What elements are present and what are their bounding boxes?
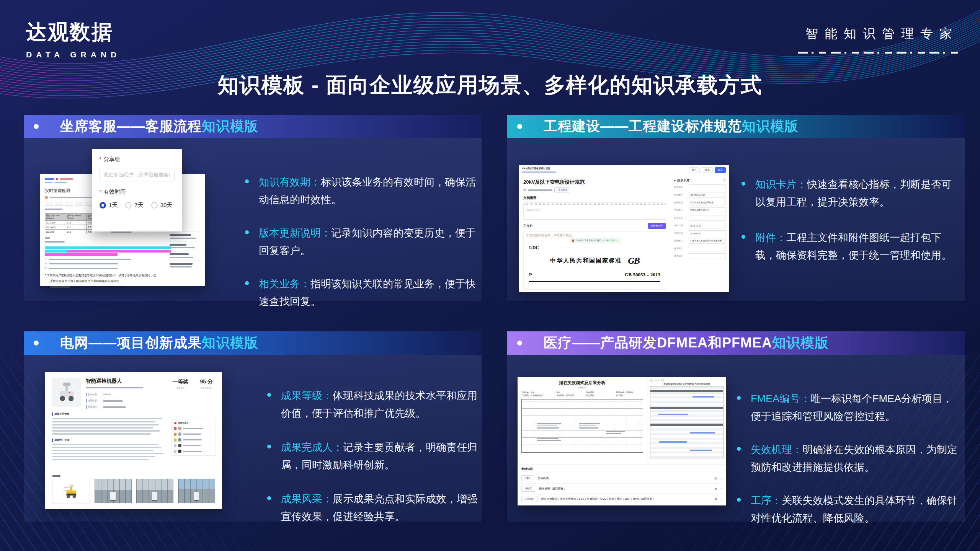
pfmea-meta: 工序名称：涂布 编制： 审核/日期： FMEA编号：PFMEA 产品型号：铝壳系… <box>521 391 643 396</box>
bullet-item: 知识卡片：快速查看核心指标，判断是否可以复用工程，提升决策效率。 <box>742 176 959 211</box>
panel-title-accent: 知识模版 <box>772 335 829 350</box>
bullet-dot-icon <box>737 498 741 502</box>
report-8d: 1 / 5 8 Disciplines(8D) Corrective Actio… <box>647 377 726 465</box>
substation-photo[interactable] <box>136 479 173 503</box>
pager-prev-icon[interactable] <box>650 379 653 381</box>
meta-value-bar <box>103 400 123 402</box>
panel-engineering-bullets: 知识卡片：快速查看核心指标，判断是否可以复用工程，提升决策效率。 附件：工程主文… <box>742 176 959 264</box>
app-topbar-left: 20kV及以下变电所设计规范 <box>522 167 556 173</box>
file-chip[interactable]: 20kV及以下变电所设计规范.pdf 解析成功 × <box>569 238 620 243</box>
substation-photo[interactable] <box>95 479 132 503</box>
field-input[interactable]: 中国机械工业联合会 <box>689 207 726 213</box>
doc-edit-area: 20kV及以下变电所设计规范 + 添加标签 文档概要 请输入内容 主文件 上传主… <box>519 175 671 292</box>
row-tag-button[interactable]: 待添加行 <box>521 496 537 502</box>
table-text-bars <box>537 438 564 441</box>
field-input[interactable] <box>689 246 726 251</box>
field-input[interactable] <box>689 215 726 221</box>
field-input[interactable]: 2013-12-19 <box>689 223 726 228</box>
award-value: 一等奖 <box>173 378 189 385</box>
panel-engineering-title: 工程建设——工程建设标准规范知识模版 <box>544 117 799 136</box>
radio-selected-icon[interactable] <box>100 202 106 209</box>
upload-mainfile-button[interactable]: 上传主文件 <box>648 223 666 229</box>
panel-engineering: 工程建设——工程建设标准规范知识模版 20kV及以下变电所设计规范 暂存 预览 … <box>507 115 965 301</box>
radio-option-1day[interactable]: 1天 <box>100 202 118 209</box>
pager-next-icon[interactable] <box>661 379 664 381</box>
robot-illustration <box>56 381 78 403</box>
pfmea-subtitle: （PFMEA） <box>521 386 643 389</box>
chip-close-icon[interactable]: × <box>616 240 617 242</box>
breadcrumb-bar <box>54 182 67 183</box>
bullet-label: 成果完成人： <box>281 442 343 453</box>
save-draft-button[interactable]: 暂存 <box>689 167 700 173</box>
field-input[interactable] <box>689 184 726 190</box>
achievement-header: 智能巡检机器人 发布年份2024 年 成果类型 所属地区 一等奖 奖项等级 95… <box>52 378 215 409</box>
bullet-item: 成果完成人：记录主要贡献者，明确责任归属，同时激励科研创新。 <box>267 439 482 474</box>
doc-tag[interactable] <box>65 202 73 206</box>
row-close-icon[interactable]: ✕ <box>714 487 717 491</box>
radio-label: 7天 <box>134 202 143 209</box>
doc-chip <box>45 178 54 180</box>
row-expand-icon[interactable]: › <box>721 487 722 491</box>
bullet-item: 版本更新说明：记录知识内容的变更历史，便于回复客户。 <box>245 224 484 260</box>
share-popup: *分享给 *有效时间 1天 7天 30天 <box>92 149 182 231</box>
panel-power-grid-title: 电网——项目创新成果知识模版 <box>60 334 258 352</box>
sidebar-group <box>170 241 202 251</box>
row-close-icon[interactable]: ✕ <box>714 476 717 481</box>
doc-heading: 20kV及以下变电所设计规范 <box>523 179 666 186</box>
row-text: 潜在失效模式；潜在失效后果；SEV；失效机理；OCC；探测；预防；DEF；RPN… <box>541 497 710 501</box>
refresh-icon[interactable]: ⟳ <box>723 179 726 182</box>
panel-title-accent: 知识模版 <box>202 118 258 134</box>
field-input[interactable]: 中华人民共和国国家标准 <box>689 200 726 205</box>
field-input[interactable] <box>689 253 726 259</box>
pfmea-sheet: 潜在失效模式及后果分析 （PFMEA） 工序名称：涂布 编制： 审核/日期： F… <box>518 377 647 465</box>
meta-item: FMEA编号：PFMEA <box>616 391 643 393</box>
summary-section-label: 文档概要 <box>523 196 666 201</box>
radio-icon[interactable] <box>151 202 158 209</box>
highlight-cyan <box>45 246 171 249</box>
table-header: 更新日期 Date Updated <box>45 214 66 221</box>
row-tag-button[interactable]: 行数25 <box>521 486 535 492</box>
row-tag-button[interactable]: 行数1 <box>521 475 534 481</box>
share-users-input[interactable] <box>100 168 175 181</box>
substation-photo[interactable] <box>178 479 215 503</box>
doc-tag[interactable] <box>45 202 53 206</box>
card-field: 标准名称 <box>674 184 726 190</box>
contributor-row <box>174 427 213 430</box>
contributor-row <box>174 450 213 453</box>
page-title: 知识模板 - 面向企业级应用场景、多样化的知识承载方式 <box>0 71 980 99</box>
meta-value: 2024 年 <box>103 393 111 396</box>
meta-value-bar <box>103 406 126 408</box>
radio-option-7day[interactable]: 7天 <box>125 202 143 209</box>
achievement-title-block: 智能巡检机器人 发布年份2024 年 成果类型 所属地区 <box>86 378 168 409</box>
doc-tag[interactable] <box>75 202 83 206</box>
yellow-robot-illustration <box>63 482 80 501</box>
summary-input[interactable]: 请输入内容 <box>523 206 666 220</box>
field-input[interactable]: 中华人民共和国住房和城乡建设部 <box>689 238 726 244</box>
bullet-item: 失效机理：明确潜在失效的根本原因，为制定预防和改进措施提供依据。 <box>737 441 961 476</box>
doc-tag[interactable] <box>55 202 63 206</box>
field-input[interactable]: GB 50053-2013 <box>689 192 726 198</box>
benefit-section: 成果应用效益 成果推广价值 <box>52 412 167 460</box>
card-field: 标准状态 <box>674 246 726 251</box>
submit-button[interactable]: 提交 <box>715 167 726 173</box>
panel-medical: 医疗——产品研发DFMEA和PFMEA知识模版 潜在失效模式及后果分析 （PFM… <box>507 331 965 522</box>
row-expand-icon[interactable]: › <box>721 497 722 501</box>
add-tag-button[interactable]: + 添加标签 <box>554 187 569 192</box>
window-title: 20kV及以下变电所设计规范 <box>522 167 556 170</box>
panel-power-grid-bullets: 成果等级：体现科技成果的技术水平和应用价值，便于评估和推广优先级。 成果完成人：… <box>267 387 482 526</box>
background-waves <box>0 0 980 130</box>
robot-diagram-photo[interactable] <box>52 479 90 504</box>
knowledge-card-title: 知识卡片 <box>677 178 689 183</box>
radio-option-30day[interactable]: 30天 <box>151 202 173 209</box>
report-8d-table <box>650 386 724 458</box>
doc-chip <box>60 178 73 180</box>
row-close-icon[interactable]: ✕ <box>714 497 717 501</box>
link-text-bar <box>690 432 715 434</box>
row-text: 失效机理； <box>538 476 710 480</box>
row-expand-icon[interactable]: › <box>721 476 722 480</box>
new-knowledge-title: 新增知识 <box>521 467 722 471</box>
field-input[interactable]: 2014-07-01 <box>689 230 726 236</box>
richtext-toolbar[interactable] <box>523 202 666 206</box>
preview-button[interactable]: 预览 <box>702 167 713 173</box>
radio-icon[interactable] <box>125 202 132 209</box>
